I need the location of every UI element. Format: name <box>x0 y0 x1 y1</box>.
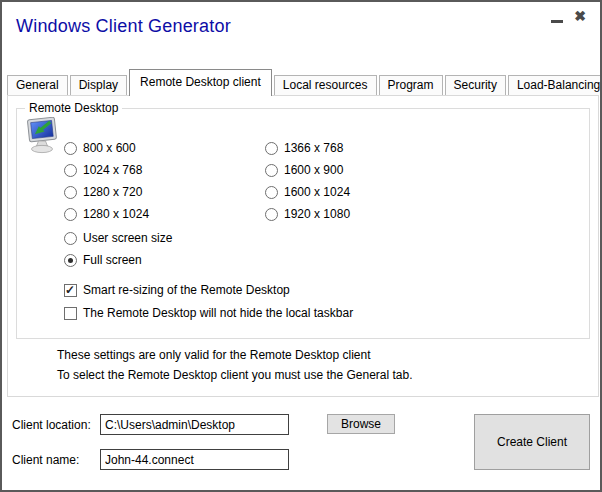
tab-display[interactable]: Display <box>70 75 127 95</box>
checkbox-smart-resizing[interactable]: Smart re-sizing of the Remote Desktop <box>64 283 290 297</box>
radio-label: User screen size <box>83 231 172 245</box>
client-name-label: Client name: <box>12 453 79 467</box>
tab-load-balancing[interactable]: Load-Balancing <box>508 75 602 95</box>
checkbox-label: Smart re-sizing of the Remote Desktop <box>83 283 290 297</box>
radio-circle <box>64 208 77 221</box>
checkbox-box <box>64 307 77 320</box>
remote-desktop-monitor-icon <box>24 117 60 161</box>
tab-bar: General Display Remote Desktop client Lo… <box>7 69 602 96</box>
radio-user-screen-size[interactable]: User screen size <box>64 231 172 245</box>
tab-program[interactable]: Program <box>379 75 443 95</box>
checkbox-box-checked <box>64 284 77 297</box>
radio-label: 1280 x 1024 <box>83 207 149 221</box>
radio-label: 1280 x 720 <box>83 185 142 199</box>
client-name-input[interactable] <box>100 449 289 470</box>
radio-circle <box>64 186 77 199</box>
radio-circle <box>265 142 278 155</box>
client-location-label: Client location: <box>12 418 91 432</box>
radio-resolution-1366x768[interactable]: 1366 x 768 <box>265 141 343 155</box>
radio-label: 1600 x 1024 <box>284 185 350 199</box>
radio-resolution-1280x1024[interactable]: 1280 x 1024 <box>64 207 149 221</box>
browse-button-label: Browse <box>341 417 381 431</box>
note-line-1: These settings are only valid for the Re… <box>57 348 371 362</box>
window-title: Windows Client Generator <box>16 16 231 37</box>
create-client-button-label: Create Client <box>497 435 567 449</box>
create-client-button[interactable]: Create Client <box>474 414 590 470</box>
radio-circle <box>265 186 278 199</box>
radio-resolution-800x600[interactable]: 800 x 600 <box>64 141 136 155</box>
browse-button[interactable]: Browse <box>327 414 395 434</box>
radio-label: Full screen <box>83 253 142 267</box>
checkbox-label: The Remote Desktop will not hide the loc… <box>83 306 353 320</box>
close-icon[interactable]: ✖ <box>571 7 589 25</box>
radio-resolution-1600x1024[interactable]: 1600 x 1024 <box>265 185 350 199</box>
tab-general[interactable]: General <box>7 75 68 95</box>
radio-resolution-1600x900[interactable]: 1600 x 900 <box>265 163 343 177</box>
radio-circle <box>64 164 77 177</box>
radio-label: 800 x 600 <box>83 141 136 155</box>
radio-label: 1024 x 768 <box>83 163 142 177</box>
window-client-generator: Windows Client Generator ✖ General Displ… <box>0 0 602 492</box>
radio-circle <box>265 164 278 177</box>
checkbox-not-hide-taskbar[interactable]: The Remote Desktop will not hide the loc… <box>64 306 353 320</box>
radio-label: 1600 x 900 <box>284 163 343 177</box>
radio-resolution-1280x720[interactable]: 1280 x 720 <box>64 185 142 199</box>
group-label: Remote Desktop <box>25 101 122 115</box>
radio-circle-checked <box>64 254 77 267</box>
tab-remote-desktop-client[interactable]: Remote Desktop client <box>129 69 272 96</box>
radio-resolution-1024x768[interactable]: 1024 x 768 <box>64 163 142 177</box>
radio-circle <box>64 142 77 155</box>
radio-resolution-1920x1080[interactable]: 1920 x 1080 <box>265 207 350 221</box>
tab-security[interactable]: Security <box>445 75 506 95</box>
radio-circle <box>64 232 77 245</box>
note-line-2: To select the Remote Desktop client you … <box>57 368 413 382</box>
radio-label: 1920 x 1080 <box>284 207 350 221</box>
radio-label: 1366 x 768 <box>284 141 343 155</box>
radio-circle <box>265 208 278 221</box>
radio-full-screen[interactable]: Full screen <box>64 253 142 267</box>
client-location-input[interactable] <box>100 414 289 435</box>
tab-local-resources[interactable]: Local resources <box>274 75 377 95</box>
minimize-icon[interactable] <box>551 20 563 23</box>
